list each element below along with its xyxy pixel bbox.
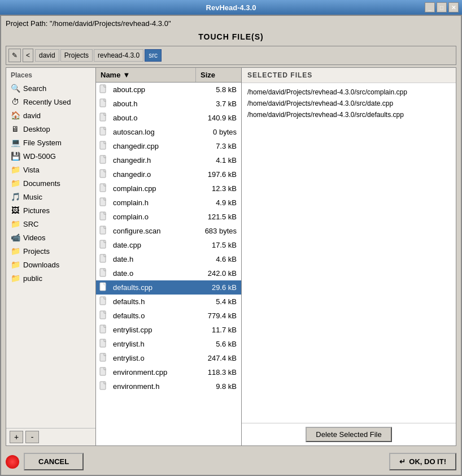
title-bar-text: RevHead-4.3.0: [206, 3, 256, 12]
file-name: environment.h: [111, 382, 196, 391]
edit-toolbar-button[interactable]: ✎: [8, 49, 21, 62]
file-icon: [99, 197, 111, 208]
table-row[interactable]: defaults.cpp29.6 kB: [96, 280, 241, 295]
table-row[interactable]: complain.o121.5 kB: [96, 210, 241, 224]
breadcrumb-revhead[interactable]: revhead-4.3.0: [94, 49, 143, 62]
close-button[interactable]: ✕: [448, 2, 459, 12]
sidebar-item-recently-used[interactable]: ⏱Recently Used: [6, 95, 95, 109]
sidebar-item-videos[interactable]: 📹Videos: [6, 231, 95, 244]
file-name: changedir.o: [111, 170, 196, 179]
column-name[interactable]: Name ▼: [96, 68, 196, 82]
svg-rect-0: [100, 85, 106, 93]
back-button[interactable]: <: [23, 49, 33, 62]
sidebar-item-search[interactable]: 🔍Search: [6, 81, 95, 95]
file-name: about.cpp: [111, 85, 196, 94]
file-name: configure.scan: [111, 227, 196, 235]
file-size: 121.5 kB: [196, 213, 241, 221]
minimize-button[interactable]: _: [425, 2, 435, 12]
add-place-button[interactable]: +: [10, 431, 23, 443]
table-row[interactable]: about.h3.7 kB: [96, 97, 241, 111]
file-name: complain.cpp: [111, 184, 196, 193]
column-size[interactable]: Size: [196, 68, 241, 82]
title-bar-buttons[interactable]: _ □ ✕: [425, 2, 459, 12]
chooser-toolbar: ✎ < david Projects revhead-4.3.0 src: [6, 46, 456, 65]
sidebar-item-public[interactable]: 📁public: [6, 271, 95, 285]
table-row[interactable]: changedir.h4.1 kB: [96, 153, 241, 167]
sidebar-item-david[interactable]: 🏠david: [6, 109, 95, 122]
svg-rect-1: [100, 99, 106, 107]
file-name: changedir.cpp: [111, 142, 196, 150]
table-row[interactable]: environment.h9.8 kB: [96, 379, 241, 393]
sidebar-item-pictures[interactable]: 🖼Pictures: [6, 204, 95, 217]
table-row[interactable]: about.o140.9 kB: [96, 111, 241, 125]
breadcrumb-src[interactable]: src: [145, 49, 162, 62]
table-row[interactable]: entrylist.cpp11.7 kB: [96, 323, 241, 337]
sidebar-item-filesystem[interactable]: 💻File System: [6, 136, 95, 149]
file-name: autoscan.log: [111, 128, 196, 136]
sidebar-item-vista[interactable]: 📁Vista: [6, 163, 95, 176]
file-name: date.cpp: [111, 241, 196, 249]
file-size: 197.6 kB: [196, 170, 241, 179]
selected-files-header: SELECTED FILES: [242, 68, 456, 83]
david-icon: 🏠: [11, 111, 20, 120]
sidebar-item-downloads[interactable]: 📁Downloads: [6, 258, 95, 271]
sidebar-item-label-music: Music: [23, 193, 42, 201]
sidebar-item-desktop[interactable]: 🖥Desktop: [6, 122, 95, 136]
file-size: 4.1 kB: [196, 156, 241, 165]
breadcrumb-david[interactable]: david: [35, 49, 59, 62]
table-row[interactable]: entrylist.h5.6 kB: [96, 337, 241, 351]
file-name: complain.h: [111, 198, 196, 207]
svg-rect-18: [100, 339, 106, 347]
breadcrumb-area: david Projects revhead-4.3.0 src: [35, 49, 454, 62]
file-size: 247.4 kB: [196, 354, 241, 362]
sidebar-item-music[interactable]: 🎵Music: [6, 190, 95, 204]
dialog-title: TOUCH FILE(S): [1, 31, 461, 46]
svg-rect-13: [100, 269, 106, 276]
sidebar-item-src[interactable]: 📁SRC: [6, 217, 95, 231]
file-icon: [99, 112, 111, 123]
file-list-body[interactable]: about.cpp5.8 kB about.h3.7 kB about.o140…: [96, 83, 241, 445]
file-name: defaults.o: [111, 311, 196, 320]
table-row[interactable]: date.o242.0 kB: [96, 266, 241, 280]
table-row[interactable]: complain.cpp12.3 kB: [96, 181, 241, 196]
svg-rect-7: [100, 184, 106, 192]
file-size: 3.7 kB: [196, 99, 241, 108]
projects-icon: 📁: [11, 246, 20, 256]
svg-rect-16: [100, 311, 106, 319]
table-row[interactable]: changedir.cpp7.3 kB: [96, 139, 241, 153]
sidebar-item-label-src: SRC: [23, 220, 38, 228]
file-icon: [99, 268, 111, 279]
table-row[interactable]: defaults.h5.4 kB: [96, 295, 241, 309]
table-row[interactable]: date.cpp17.5 kB: [96, 238, 241, 252]
table-row[interactable]: about.cpp5.8 kB: [96, 83, 241, 97]
file-size: 779.4 kB: [196, 311, 241, 320]
remove-place-button[interactable]: -: [25, 431, 39, 443]
table-row[interactable]: date.h4.6 kB: [96, 252, 241, 266]
delete-selected-button[interactable]: Delete Selected File: [306, 427, 391, 442]
table-row[interactable]: environment.cpp118.3 kB: [96, 365, 241, 379]
sidebar-item-wd500g[interactable]: 💾WD-500G: [6, 149, 95, 163]
file-size: 4.6 kB: [196, 255, 241, 263]
search-icon: 🔍: [11, 84, 20, 93]
places-list: 🔍Search⏱Recently Used🏠david🖥Desktop💻File…: [6, 81, 95, 428]
table-row[interactable]: entrylist.o247.4 kB: [96, 351, 241, 365]
svg-rect-20: [100, 367, 106, 375]
table-row[interactable]: configure.scan683 bytes: [96, 224, 241, 238]
ok-button[interactable]: ↵ OK, DO IT!: [389, 453, 456, 470]
table-row[interactable]: changedir.o197.6 kB: [96, 167, 241, 181]
list-item: /home/david/Projects/revhead-4.3.0/src/d…: [245, 109, 452, 120]
table-row[interactable]: complain.h4.9 kB: [96, 196, 241, 210]
sidebar-item-projects[interactable]: 📁Projects: [6, 244, 95, 258]
file-name: environment.cpp: [111, 368, 196, 377]
recently-used-icon: ⏱: [11, 97, 20, 106]
table-row[interactable]: defaults.o779.4 kB: [96, 309, 241, 323]
breadcrumb-projects[interactable]: Projects: [60, 49, 93, 62]
table-row[interactable]: autoscan.log0 bytes: [96, 125, 241, 139]
sidebar-item-documents[interactable]: 📁Documents: [6, 176, 95, 190]
file-name: complain.o: [111, 213, 196, 221]
maximize-button[interactable]: □: [437, 2, 447, 12]
svg-rect-4: [100, 141, 106, 149]
svg-rect-5: [100, 155, 106, 163]
file-icon: [99, 226, 111, 236]
cancel-button[interactable]: CANCEL: [24, 453, 84, 470]
